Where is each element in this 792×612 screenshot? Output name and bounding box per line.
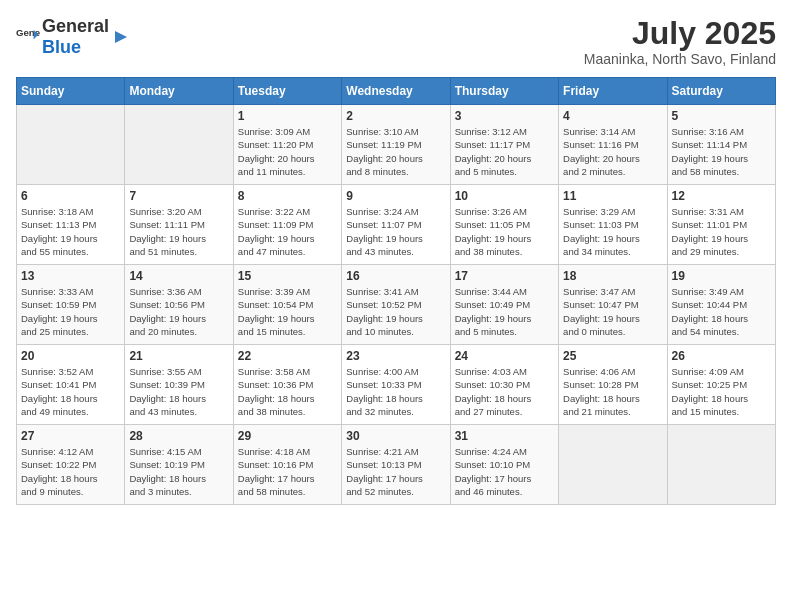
day-number: 24 (455, 349, 554, 363)
week-row-3: 13Sunrise: 3:33 AM Sunset: 10:59 PM Dayl… (17, 265, 776, 345)
calendar-cell: 14Sunrise: 3:36 AM Sunset: 10:56 PM Dayl… (125, 265, 233, 345)
calendar-table: SundayMondayTuesdayWednesdayThursdayFrid… (16, 77, 776, 505)
day-detail: Sunrise: 3:24 AM Sunset: 11:07 PM Daylig… (346, 205, 445, 258)
day-number: 30 (346, 429, 445, 443)
day-detail: Sunrise: 4:12 AM Sunset: 10:22 PM Daylig… (21, 445, 120, 498)
calendar-cell: 17Sunrise: 3:44 AM Sunset: 10:49 PM Dayl… (450, 265, 558, 345)
calendar-cell: 18Sunrise: 3:47 AM Sunset: 10:47 PM Dayl… (559, 265, 667, 345)
day-detail: Sunrise: 3:33 AM Sunset: 10:59 PM Daylig… (21, 285, 120, 338)
day-number: 22 (238, 349, 337, 363)
day-number: 19 (672, 269, 771, 283)
day-detail: Sunrise: 3:52 AM Sunset: 10:41 PM Daylig… (21, 365, 120, 418)
day-detail: Sunrise: 3:18 AM Sunset: 11:13 PM Daylig… (21, 205, 120, 258)
day-detail: Sunrise: 3:14 AM Sunset: 11:16 PM Daylig… (563, 125, 662, 178)
subtitle: Maaninka, North Savo, Finland (584, 51, 776, 67)
calendar-cell: 6Sunrise: 3:18 AM Sunset: 11:13 PM Dayli… (17, 185, 125, 265)
day-detail: Sunrise: 4:21 AM Sunset: 10:13 PM Daylig… (346, 445, 445, 498)
header-day-monday: Monday (125, 78, 233, 105)
day-number: 10 (455, 189, 554, 203)
day-number: 26 (672, 349, 771, 363)
day-detail: Sunrise: 4:24 AM Sunset: 10:10 PM Daylig… (455, 445, 554, 498)
svg-marker-2 (115, 31, 127, 43)
day-detail: Sunrise: 3:44 AM Sunset: 10:49 PM Daylig… (455, 285, 554, 338)
calendar-cell: 31Sunrise: 4:24 AM Sunset: 10:10 PM Dayl… (450, 425, 558, 505)
calendar-cell: 2Sunrise: 3:10 AM Sunset: 11:19 PM Dayli… (342, 105, 450, 185)
day-number: 23 (346, 349, 445, 363)
calendar-cell: 15Sunrise: 3:39 AM Sunset: 10:54 PM Dayl… (233, 265, 341, 345)
day-number: 15 (238, 269, 337, 283)
logo-blue: Blue (42, 37, 81, 57)
day-detail: Sunrise: 4:09 AM Sunset: 10:25 PM Daylig… (672, 365, 771, 418)
day-detail: Sunrise: 3:36 AM Sunset: 10:56 PM Daylig… (129, 285, 228, 338)
calendar-cell (559, 425, 667, 505)
day-detail: Sunrise: 3:26 AM Sunset: 11:05 PM Daylig… (455, 205, 554, 258)
day-number: 4 (563, 109, 662, 123)
header-day-wednesday: Wednesday (342, 78, 450, 105)
day-number: 1 (238, 109, 337, 123)
day-detail: Sunrise: 3:39 AM Sunset: 10:54 PM Daylig… (238, 285, 337, 338)
calendar-cell: 10Sunrise: 3:26 AM Sunset: 11:05 PM Dayl… (450, 185, 558, 265)
calendar-cell: 16Sunrise: 3:41 AM Sunset: 10:52 PM Dayl… (342, 265, 450, 345)
calendar-cell (667, 425, 775, 505)
calendar-cell: 25Sunrise: 4:06 AM Sunset: 10:28 PM Dayl… (559, 345, 667, 425)
day-detail: Sunrise: 3:31 AM Sunset: 11:01 PM Daylig… (672, 205, 771, 258)
week-row-4: 20Sunrise: 3:52 AM Sunset: 10:41 PM Dayl… (17, 345, 776, 425)
day-number: 17 (455, 269, 554, 283)
day-detail: Sunrise: 3:16 AM Sunset: 11:14 PM Daylig… (672, 125, 771, 178)
calendar-cell: 30Sunrise: 4:21 AM Sunset: 10:13 PM Dayl… (342, 425, 450, 505)
calendar-cell: 24Sunrise: 4:03 AM Sunset: 10:30 PM Dayl… (450, 345, 558, 425)
calendar-cell: 1Sunrise: 3:09 AM Sunset: 11:20 PM Dayli… (233, 105, 341, 185)
calendar-cell: 19Sunrise: 3:49 AM Sunset: 10:44 PM Dayl… (667, 265, 775, 345)
logo: General General Blue (16, 16, 131, 58)
calendar-cell: 13Sunrise: 3:33 AM Sunset: 10:59 PM Dayl… (17, 265, 125, 345)
day-number: 29 (238, 429, 337, 443)
day-number: 6 (21, 189, 120, 203)
day-number: 13 (21, 269, 120, 283)
calendar-cell: 12Sunrise: 3:31 AM Sunset: 11:01 PM Dayl… (667, 185, 775, 265)
day-detail: Sunrise: 4:06 AM Sunset: 10:28 PM Daylig… (563, 365, 662, 418)
calendar-cell: 29Sunrise: 4:18 AM Sunset: 10:16 PM Dayl… (233, 425, 341, 505)
page-header: General General Blue July 2025 Maaninka,… (16, 16, 776, 67)
week-row-5: 27Sunrise: 4:12 AM Sunset: 10:22 PM Dayl… (17, 425, 776, 505)
week-row-2: 6Sunrise: 3:18 AM Sunset: 11:13 PM Dayli… (17, 185, 776, 265)
logo-icon: General (16, 25, 40, 49)
calendar-cell: 8Sunrise: 3:22 AM Sunset: 11:09 PM Dayli… (233, 185, 341, 265)
day-detail: Sunrise: 3:22 AM Sunset: 11:09 PM Daylig… (238, 205, 337, 258)
day-number: 8 (238, 189, 337, 203)
header-day-sunday: Sunday (17, 78, 125, 105)
day-detail: Sunrise: 3:47 AM Sunset: 10:47 PM Daylig… (563, 285, 662, 338)
logo-arrow-icon (111, 27, 131, 47)
calendar-cell: 3Sunrise: 3:12 AM Sunset: 11:17 PM Dayli… (450, 105, 558, 185)
header-row: SundayMondayTuesdayWednesdayThursdayFrid… (17, 78, 776, 105)
calendar-cell: 5Sunrise: 3:16 AM Sunset: 11:14 PM Dayli… (667, 105, 775, 185)
header-day-friday: Friday (559, 78, 667, 105)
main-title: July 2025 (584, 16, 776, 51)
day-detail: Sunrise: 3:20 AM Sunset: 11:11 PM Daylig… (129, 205, 228, 258)
day-detail: Sunrise: 4:00 AM Sunset: 10:33 PM Daylig… (346, 365, 445, 418)
day-number: 16 (346, 269, 445, 283)
day-detail: Sunrise: 3:29 AM Sunset: 11:03 PM Daylig… (563, 205, 662, 258)
calendar-cell: 9Sunrise: 3:24 AM Sunset: 11:07 PM Dayli… (342, 185, 450, 265)
calendar-cell: 28Sunrise: 4:15 AM Sunset: 10:19 PM Dayl… (125, 425, 233, 505)
day-detail: Sunrise: 3:58 AM Sunset: 10:36 PM Daylig… (238, 365, 337, 418)
day-detail: Sunrise: 3:10 AM Sunset: 11:19 PM Daylig… (346, 125, 445, 178)
calendar-cell: 22Sunrise: 3:58 AM Sunset: 10:36 PM Dayl… (233, 345, 341, 425)
calendar-cell: 7Sunrise: 3:20 AM Sunset: 11:11 PM Dayli… (125, 185, 233, 265)
day-detail: Sunrise: 3:49 AM Sunset: 10:44 PM Daylig… (672, 285, 771, 338)
day-detail: Sunrise: 3:09 AM Sunset: 11:20 PM Daylig… (238, 125, 337, 178)
day-number: 20 (21, 349, 120, 363)
day-detail: Sunrise: 4:18 AM Sunset: 10:16 PM Daylig… (238, 445, 337, 498)
calendar-cell: 4Sunrise: 3:14 AM Sunset: 11:16 PM Dayli… (559, 105, 667, 185)
day-number: 14 (129, 269, 228, 283)
day-number: 9 (346, 189, 445, 203)
day-number: 21 (129, 349, 228, 363)
calendar-cell: 20Sunrise: 3:52 AM Sunset: 10:41 PM Dayl… (17, 345, 125, 425)
day-detail: Sunrise: 3:41 AM Sunset: 10:52 PM Daylig… (346, 285, 445, 338)
calendar-cell: 23Sunrise: 4:00 AM Sunset: 10:33 PM Dayl… (342, 345, 450, 425)
calendar-cell: 27Sunrise: 4:12 AM Sunset: 10:22 PM Dayl… (17, 425, 125, 505)
day-number: 27 (21, 429, 120, 443)
day-detail: Sunrise: 3:55 AM Sunset: 10:39 PM Daylig… (129, 365, 228, 418)
day-number: 12 (672, 189, 771, 203)
header-day-tuesday: Tuesday (233, 78, 341, 105)
day-detail: Sunrise: 3:12 AM Sunset: 11:17 PM Daylig… (455, 125, 554, 178)
